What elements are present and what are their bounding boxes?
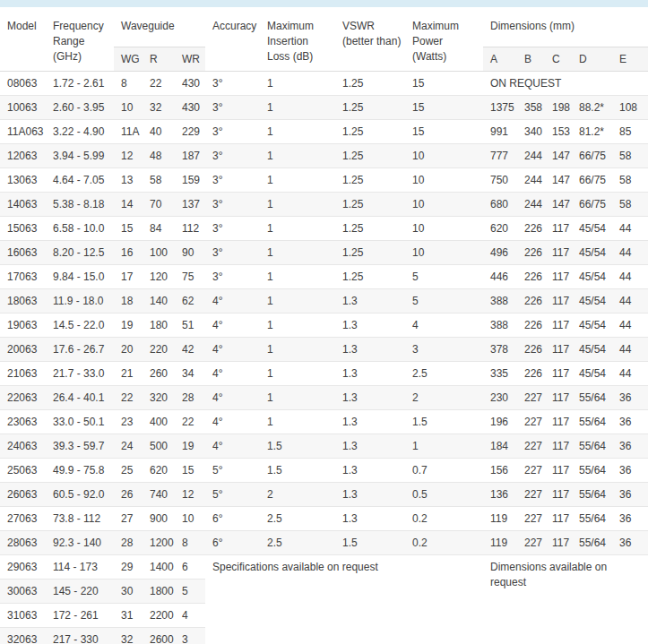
cell-wr: 3: [175, 627, 205, 644]
cell-wr: 51: [175, 313, 205, 337]
cell-dim-a: 184: [483, 434, 517, 458]
cell-r: 32: [143, 95, 175, 119]
cell-dim-b: 244: [517, 192, 545, 216]
cell-dim-b: 226: [517, 216, 545, 240]
cell-accuracy: 3°: [205, 119, 260, 143]
cell-frequency-range: 172 - 261: [46, 603, 114, 627]
cell-dim-e: 44: [612, 264, 648, 288]
cell-wr: 430: [175, 95, 205, 119]
cell-r: 100: [143, 240, 175, 264]
cell-model: 14063: [0, 192, 46, 216]
cell-dim-d: 55/64: [572, 434, 612, 458]
cell-wg: 26: [114, 482, 143, 506]
cell-max-power: 0.2: [405, 530, 483, 554]
note-specifications: Specifications available on request: [205, 554, 483, 644]
cell-dim-a: 119: [483, 530, 517, 554]
cell-vswr: 1.25: [335, 192, 405, 216]
cell-dim-b: 358: [517, 95, 545, 119]
cell-wr: 22: [175, 409, 205, 434]
header-dimensions: Dimensions (mm): [483, 7, 648, 47]
cell-max-power: 3: [405, 337, 483, 361]
cell-accuracy: 6°: [205, 530, 260, 554]
cell-dim-e: 36: [612, 458, 648, 482]
cell-model: 10063: [0, 95, 46, 119]
cell-frequency-range: 11.9 - 18.0: [46, 288, 114, 313]
cell-r: 1200: [143, 530, 175, 554]
cell-accuracy: 4°: [205, 313, 260, 337]
cell-dim-b: 244: [517, 143, 545, 167]
table-row: 2206326.4 - 40.122320284°11.322302271175…: [0, 385, 648, 409]
cell-dim-e: 44: [612, 313, 648, 337]
cell-insertion-loss: 1: [260, 240, 335, 264]
table-row: 170639.84 - 15.017120753°11.255446226117…: [0, 264, 648, 288]
cell-dim-c: 147: [545, 192, 572, 216]
cell-insertion-loss: 2.5: [260, 506, 335, 530]
cell-dim-a: 680: [483, 192, 517, 216]
cell-wg: 17: [114, 264, 143, 288]
cell-max-power: 10: [405, 216, 483, 240]
header-accuracy: Accuracy: [205, 7, 260, 71]
cell-dim-d: 81.2*: [572, 119, 612, 143]
cell-wr: 12: [175, 482, 205, 506]
cell-max-power: 15: [405, 95, 483, 119]
cell-dim-a: 230: [483, 385, 517, 409]
header-waveguide: Waveguide: [114, 7, 205, 47]
cell-wr: 187: [175, 143, 205, 167]
cell-dim-a: 388: [483, 288, 517, 313]
cell-wr: 34: [175, 361, 205, 385]
cell-accuracy: 4°: [205, 434, 260, 458]
cell-accuracy: 3°: [205, 264, 260, 288]
cell-r: 400: [143, 409, 175, 434]
cell-frequency-range: 17.6 - 26.7: [46, 337, 114, 361]
cell-dim-b: 227: [517, 409, 545, 434]
cell-wg: 13: [114, 167, 143, 192]
note-dimensions: Dimensions available on request: [483, 554, 648, 644]
table-row: 2006317.6 - 26.720220424°11.333782261174…: [0, 337, 648, 361]
cell-model: 29063: [0, 554, 46, 579]
cell-dim-e: 58: [612, 143, 648, 167]
cell-frequency-range: 4.64 - 7.05: [46, 167, 114, 192]
subheader-r: R: [143, 47, 175, 71]
cell-r: 1400: [143, 554, 175, 579]
cell-dim-c: 117: [545, 216, 572, 240]
cell-r: 500: [143, 434, 175, 458]
cell-insertion-loss: 2: [260, 482, 335, 506]
cell-wg: 30: [114, 579, 143, 603]
cell-model: 23063: [0, 409, 46, 434]
cell-vswr: 1.3: [335, 288, 405, 313]
cell-dim-d: 55/64: [572, 385, 612, 409]
cell-insertion-loss: 1: [260, 167, 335, 192]
cell-wg: 23: [114, 409, 143, 434]
specifications-table: Model Frequency Range (GHz) Waveguide Ac…: [0, 7, 648, 644]
cell-dim-b: 227: [517, 482, 545, 506]
cell-dim-d: 66/75: [572, 167, 612, 192]
cell-insertion-loss: 1: [260, 288, 335, 313]
cell-vswr: 1.3: [335, 506, 405, 530]
cell-vswr: 1.25: [335, 71, 405, 95]
cell-insertion-loss: 1.5: [260, 458, 335, 482]
cell-accuracy: 3°: [205, 95, 260, 119]
cell-vswr: 1.3: [335, 337, 405, 361]
cell-dim-a: 991: [483, 119, 517, 143]
cell-wr: 19: [175, 434, 205, 458]
cell-wg: 10: [114, 95, 143, 119]
cell-dim-c: 147: [545, 143, 572, 167]
cell-dim-a: 750: [483, 167, 517, 192]
cell-insertion-loss: 1: [260, 409, 335, 434]
table-row: 2506349.9 - 75.825620155°1.51.30.7156227…: [0, 458, 648, 482]
cell-dim-c: 117: [545, 409, 572, 434]
table-body: 080631.72 - 2.618224303°11.2515ON REQUES…: [0, 71, 648, 644]
cell-r: 740: [143, 482, 175, 506]
cell-wg: 18: [114, 288, 143, 313]
cell-dim-b: 227: [517, 434, 545, 458]
cell-accuracy: 5°: [205, 458, 260, 482]
cell-model: 19063: [0, 313, 46, 337]
cell-model: 30063: [0, 579, 46, 603]
cell-model: 18063: [0, 288, 46, 313]
cell-frequency-range: 114 - 173: [46, 554, 114, 579]
subheader-wr: WR: [175, 47, 205, 71]
cell-frequency-range: 3.94 - 5.99: [46, 143, 114, 167]
cell-wr: 15: [175, 458, 205, 482]
cell-accuracy: 4°: [205, 361, 260, 385]
cell-frequency-range: 1.72 - 2.61: [46, 71, 114, 95]
